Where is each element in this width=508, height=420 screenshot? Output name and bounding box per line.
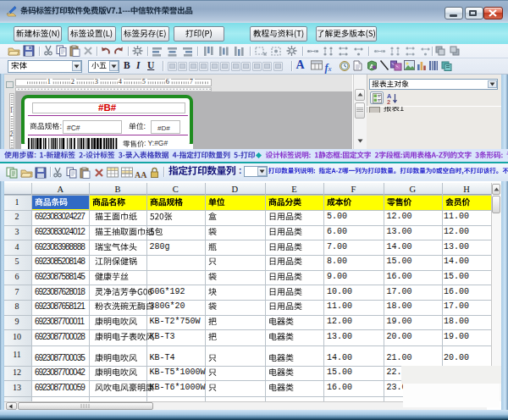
svg-text:2: 2 bbox=[387, 97, 390, 104]
